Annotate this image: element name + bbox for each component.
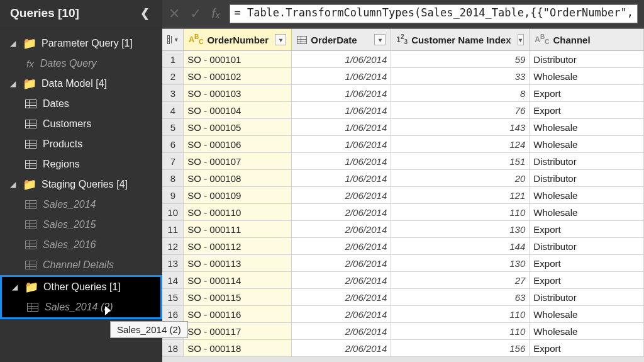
cell-channel[interactable]: Export bbox=[530, 340, 644, 356]
row-number[interactable]: 1 bbox=[162, 51, 184, 67]
cell-customer-index[interactable]: 76 bbox=[391, 102, 530, 118]
tree-item[interactable]: Sales_2014 (2) bbox=[2, 297, 160, 317]
cell-channel[interactable]: Wholesale bbox=[530, 136, 644, 152]
cell-ordernumber[interactable]: SO - 000116 bbox=[184, 306, 292, 322]
cell-customer-index[interactable]: 59 bbox=[391, 51, 530, 67]
table-row[interactable]: 1SO - 0001011/06/201459Distributor bbox=[162, 51, 644, 68]
queries-panel-header[interactable]: Queries [10] ❮ bbox=[0, 0, 162, 28]
filter-dropdown-icon[interactable]: ▾ bbox=[374, 34, 386, 45]
cell-orderdate[interactable]: 2/06/2014 bbox=[292, 323, 391, 339]
filter-dropdown-icon[interactable]: ▾ bbox=[518, 34, 525, 45]
cell-orderdate[interactable]: 1/06/2014 bbox=[292, 85, 391, 101]
cell-customer-index[interactable]: 151 bbox=[391, 153, 530, 169]
cancel-formula-icon[interactable]: ✕ bbox=[169, 6, 180, 22]
cell-channel[interactable]: Distributor bbox=[530, 238, 644, 254]
cell-ordernumber[interactable]: SO - 000108 bbox=[184, 170, 292, 186]
tree-item[interactable]: Sales_2014 bbox=[0, 195, 162, 215]
table-row[interactable]: 2SO - 0001021/06/201433Wholesale bbox=[162, 68, 644, 85]
cell-customer-index[interactable]: 8 bbox=[391, 85, 530, 101]
column-header-customer-index[interactable]: 123 Customer Name Index ▾ bbox=[391, 29, 530, 50]
table-row[interactable]: 14SO - 0001142/06/201427Export bbox=[162, 272, 644, 289]
cell-customer-index[interactable]: 33 bbox=[391, 68, 530, 84]
column-header-ordernumber[interactable]: ABC OrderNumber ▾ bbox=[184, 29, 292, 50]
table-row[interactable]: 11SO - 0001112/06/2014130Export bbox=[162, 221, 644, 238]
row-number[interactable]: 6 bbox=[162, 136, 184, 152]
cell-orderdate[interactable]: 2/06/2014 bbox=[292, 238, 391, 254]
cell-ordernumber[interactable]: SO - 000115 bbox=[184, 289, 292, 305]
cell-customer-index[interactable]: 110 bbox=[391, 306, 530, 322]
cell-ordernumber[interactable]: SO - 000117 bbox=[184, 323, 292, 339]
tree-item[interactable]: Customers bbox=[0, 114, 162, 134]
cell-channel[interactable]: Distributor bbox=[530, 170, 644, 186]
tree-group[interactable]: ◢📁Data Model [4] bbox=[0, 74, 162, 94]
select-all-header[interactable]: ▾ bbox=[162, 29, 184, 50]
formula-input[interactable]: = Table.TransformColumnTypes(Sales_2014_… bbox=[230, 4, 638, 23]
table-row[interactable]: 9SO - 0001092/06/2014121Wholesale bbox=[162, 187, 644, 204]
row-number[interactable]: 15 bbox=[162, 289, 184, 305]
tree-item[interactable]: Sales_2015 bbox=[0, 215, 162, 235]
cell-customer-index[interactable]: 130 bbox=[391, 221, 530, 237]
row-number[interactable]: 12 bbox=[162, 238, 184, 254]
tree-group[interactable]: ◢📁Staging Queries [4] bbox=[0, 174, 162, 195]
row-number[interactable]: 4 bbox=[162, 102, 184, 118]
table-row[interactable]: 4SO - 0001041/06/201476Export bbox=[162, 102, 644, 119]
cell-orderdate[interactable]: 1/06/2014 bbox=[292, 170, 391, 186]
cell-ordernumber[interactable]: SO - 000104 bbox=[184, 102, 292, 118]
row-number[interactable]: 13 bbox=[162, 255, 184, 271]
row-number[interactable]: 7 bbox=[162, 153, 184, 169]
cell-ordernumber[interactable]: SO - 000109 bbox=[184, 187, 292, 203]
cell-orderdate[interactable]: 2/06/2014 bbox=[292, 272, 391, 288]
tree-item[interactable]: Dates bbox=[0, 94, 162, 114]
tree-group[interactable]: ◢📁Parameter Query [1] bbox=[0, 33, 162, 54]
cell-customer-index[interactable]: 156 bbox=[391, 340, 530, 356]
cell-ordernumber[interactable]: SO - 000107 bbox=[184, 153, 292, 169]
table-row[interactable]: 3SO - 0001031/06/20148Export bbox=[162, 85, 644, 102]
cell-channel[interactable]: Wholesale bbox=[530, 68, 644, 84]
cell-channel[interactable]: Export bbox=[530, 255, 644, 271]
cell-ordernumber[interactable]: SO - 000105 bbox=[184, 119, 292, 135]
tree-item[interactable]: Regions bbox=[0, 154, 162, 174]
row-number[interactable]: 5 bbox=[162, 119, 184, 135]
table-row[interactable]: 13SO - 0001132/06/2014130Export bbox=[162, 255, 644, 272]
cell-customer-index[interactable]: 124 bbox=[391, 136, 530, 152]
cell-channel[interactable]: Wholesale bbox=[530, 187, 644, 203]
cell-customer-index[interactable]: 110 bbox=[391, 204, 530, 220]
table-row[interactable]: 10SO - 0001102/06/2014110Wholesale bbox=[162, 204, 644, 221]
row-number[interactable]: 3 bbox=[162, 85, 184, 101]
row-number[interactable]: 18 bbox=[162, 340, 184, 356]
cell-orderdate[interactable]: 2/06/2014 bbox=[292, 340, 391, 356]
cell-orderdate[interactable]: 2/06/2014 bbox=[292, 221, 391, 237]
cell-ordernumber[interactable]: SO - 000113 bbox=[184, 255, 292, 271]
cell-ordernumber[interactable]: SO - 000112 bbox=[184, 238, 292, 254]
cell-orderdate[interactable]: 2/06/2014 bbox=[292, 187, 391, 203]
accept-formula-icon[interactable]: ✓ bbox=[190, 6, 201, 22]
cell-orderdate[interactable]: 1/06/2014 bbox=[292, 51, 391, 67]
cell-ordernumber[interactable]: SO - 000110 bbox=[184, 204, 292, 220]
cell-orderdate[interactable]: 2/06/2014 bbox=[292, 204, 391, 220]
table-row[interactable]: 15SO - 0001152/06/201463Distributor bbox=[162, 289, 644, 306]
cell-channel[interactable]: Wholesale bbox=[530, 204, 644, 220]
row-number[interactable]: 2 bbox=[162, 68, 184, 84]
cell-orderdate[interactable]: 2/06/2014 bbox=[292, 289, 391, 305]
table-row[interactable]: 17SO - 0001172/06/2014110Wholesale bbox=[162, 323, 644, 340]
cell-channel[interactable]: Wholesale bbox=[530, 323, 644, 339]
column-header-orderdate[interactable]: OrderDate ▾ bbox=[292, 29, 391, 50]
table-row[interactable]: 7SO - 0001071/06/2014151Distributor bbox=[162, 153, 644, 170]
cell-channel[interactable]: Distributor bbox=[530, 289, 644, 305]
cell-customer-index[interactable]: 27 bbox=[391, 272, 530, 288]
fx-icon[interactable]: fx bbox=[211, 6, 219, 22]
row-number[interactable]: 8 bbox=[162, 170, 184, 186]
tree-item[interactable]: Sales_2016 bbox=[0, 235, 162, 255]
table-row[interactable]: 8SO - 0001081/06/201420Distributor bbox=[162, 170, 644, 187]
cell-customer-index[interactable]: 130 bbox=[391, 255, 530, 271]
row-number[interactable]: 16 bbox=[162, 306, 184, 322]
cell-customer-index[interactable]: 110 bbox=[391, 323, 530, 339]
cell-customer-index[interactable]: 121 bbox=[391, 187, 530, 203]
cell-customer-index[interactable]: 144 bbox=[391, 238, 530, 254]
cell-orderdate[interactable]: 2/06/2014 bbox=[292, 255, 391, 271]
tree-item[interactable]: fxDates Query bbox=[0, 54, 162, 74]
column-header-channel[interactable]: ABC Channel bbox=[530, 29, 644, 50]
cell-ordernumber[interactable]: SO - 000106 bbox=[184, 136, 292, 152]
cell-customer-index[interactable]: 63 bbox=[391, 289, 530, 305]
cell-customer-index[interactable]: 143 bbox=[391, 119, 530, 135]
